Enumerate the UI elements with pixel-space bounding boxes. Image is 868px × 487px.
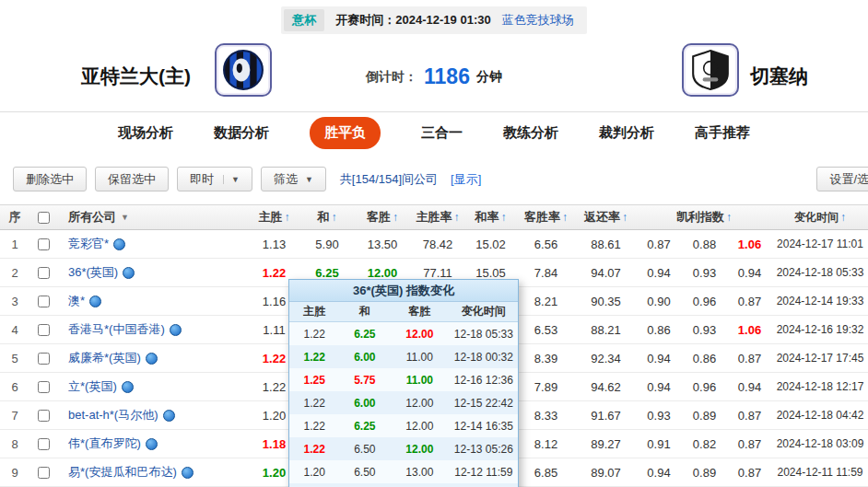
- row-checkbox-cell: [29, 430, 57, 458]
- kelly-draw-cell: 0.93: [682, 316, 727, 343]
- return-rate-cell: 91.67: [576, 401, 636, 429]
- keep-selected-button[interactable]: 保留选中: [95, 167, 169, 191]
- popup-odds-cell: 12.00: [390, 322, 449, 345]
- header-draw-odds[interactable]: 和↑: [299, 205, 355, 229]
- company-odds-icon[interactable]: [163, 410, 175, 422]
- instant-dropdown[interactable]: 即时 ▼: [177, 167, 252, 191]
- header-company-label: 所有公司: [68, 209, 116, 226]
- kelly-away-cell: 0.87: [727, 287, 772, 315]
- kelly-away-cell: 0.94: [727, 259, 772, 286]
- popup-odds-cell: 7.00: [340, 483, 391, 487]
- row-checkbox[interactable]: [38, 296, 50, 307]
- home-odds-cell[interactable]: 1.13: [249, 230, 299, 258]
- row-checkbox[interactable]: [38, 238, 50, 250]
- company-odds-icon[interactable]: [113, 238, 125, 250]
- company-cell: 易*(安提瓜和巴布达): [57, 458, 249, 486]
- row-checkbox[interactable]: [38, 324, 50, 336]
- kelly-draw-cell: 0.82: [682, 430, 727, 458]
- filter-dropdown[interactable]: 筛选 ▼: [261, 167, 326, 191]
- kelly-away-cell: 1.06: [727, 316, 772, 343]
- kickoff-value: 2024-12-19 01:30: [395, 13, 490, 27]
- away-rate-cell: 8.12: [516, 430, 576, 458]
- change-time-cell: 2024-12-18 12:17: [772, 373, 868, 400]
- select-all-checkbox[interactable]: [38, 212, 50, 224]
- show-link[interactable]: [显示]: [451, 171, 481, 188]
- delete-selected-button[interactable]: 删除选中: [13, 167, 87, 191]
- row-number: 1: [0, 230, 29, 258]
- analysis-tabs: 现场分析数据分析胜平负三合一教练分析裁判分析高手推荐: [0, 111, 868, 154]
- countdown-unit: 分钟: [476, 69, 502, 86]
- away-rate-cell: 6.56: [516, 230, 576, 258]
- company-link[interactable]: 香港马*(中国香港): [68, 321, 165, 338]
- row-checkbox[interactable]: [38, 267, 50, 279]
- company-link[interactable]: 伟*(直布罗陀): [68, 435, 141, 452]
- popup-col-header: 变化时间: [450, 302, 518, 321]
- odds-toolbar: 删除选中 保留选中 即时 ▼ 筛选 ▼ 共[154/154]间公司 [显示] 设…: [13, 167, 868, 191]
- tab-1[interactable]: 现场分析: [118, 124, 173, 142]
- kelly-home-cell: 0.87: [636, 230, 682, 258]
- change-time-cell: 2024-12-16 19:32: [772, 316, 868, 343]
- row-checkbox[interactable]: [38, 438, 50, 450]
- company-link[interactable]: 立*(英国): [68, 378, 117, 395]
- company-odds-icon[interactable]: [123, 267, 135, 279]
- tab-5[interactable]: 教练分析: [503, 124, 558, 142]
- header-home-rate[interactable]: 主胜率↑: [410, 205, 465, 229]
- popup-odds-cell: 13.00: [390, 460, 449, 483]
- company-odds-icon[interactable]: [122, 381, 134, 393]
- kelly-home-cell: 0.90: [636, 287, 682, 315]
- return-rate-cell: 89.27: [576, 430, 636, 458]
- row-number: 3: [0, 287, 29, 315]
- company-link[interactable]: 澳*: [68, 293, 85, 309]
- row-checkbox[interactable]: [38, 353, 50, 365]
- company-filter-icon[interactable]: ▼: [121, 213, 129, 222]
- company-cell: 伟*(直布罗陀): [57, 430, 249, 458]
- company-odds-icon[interactable]: [146, 353, 158, 365]
- row-number: 6: [0, 373, 29, 400]
- home-rate-cell: 78.42: [410, 230, 465, 258]
- company-odds-icon[interactable]: [89, 296, 101, 307]
- tab-4[interactable]: 三合一: [421, 124, 463, 142]
- header-company[interactable]: 所有公司 ▼: [57, 205, 249, 229]
- popup-odds-cell: 1.20: [289, 483, 340, 487]
- row-checkbox[interactable]: [38, 410, 50, 422]
- away-odds-cell[interactable]: 13.50: [355, 230, 410, 258]
- kelly-away-cell: 1.06: [727, 230, 772, 258]
- popup-col-header: 和: [340, 302, 391, 321]
- popup-row: 1.226.0012.0012-15 22:42: [289, 391, 518, 414]
- header-draw-rate[interactable]: 和率↑: [465, 205, 516, 229]
- company-odds-icon[interactable]: [146, 438, 158, 450]
- company-odds-icon[interactable]: [182, 467, 194, 479]
- table-header-row: 序 所有公司 ▼ 主胜↑ 和↑ 客胜↑ 主胜率↑ 和率↑ 客胜率↑ 返还率↑ 凯…: [0, 204, 868, 230]
- header-return-rate[interactable]: 返还率↑: [576, 205, 636, 229]
- tab-7[interactable]: 高手推荐: [695, 124, 750, 142]
- company-link[interactable]: 易*(安提瓜和巴布达): [68, 464, 177, 481]
- company-odds-icon[interactable]: [170, 324, 182, 336]
- row-checkbox-cell: [29, 230, 57, 258]
- popup-odds-cell: 1.20: [289, 460, 340, 483]
- company-link[interactable]: 竞彩官*: [68, 236, 109, 252]
- row-number: 2: [0, 259, 29, 286]
- header-away-odds[interactable]: 客胜↑: [355, 205, 410, 229]
- popup-row: 1.255.7511.0012-16 12:36: [289, 368, 518, 391]
- row-checkbox[interactable]: [38, 467, 50, 479]
- draw-odds-cell[interactable]: 5.90: [299, 230, 355, 258]
- tab-3[interactable]: 胜平负: [310, 117, 381, 149]
- header-kelly-index[interactable]: 凯利指数↑: [636, 205, 772, 229]
- company-cell: 香港马*(中国香港): [57, 316, 249, 343]
- company-link[interactable]: bet-at-h*(马尔他): [68, 407, 158, 423]
- header-change-time[interactable]: 变化时间↑: [772, 205, 868, 229]
- company-link[interactable]: 威廉希*(英国): [68, 350, 141, 366]
- company-link[interactable]: 36*(英国): [68, 264, 118, 281]
- settings-button[interactable]: 设置/选项: [816, 167, 868, 191]
- tab-6[interactable]: 裁判分析: [599, 124, 654, 142]
- row-checkbox[interactable]: [38, 381, 50, 393]
- header-away-rate[interactable]: 客胜率↑: [516, 205, 576, 229]
- tab-2[interactable]: 数据分析: [214, 124, 269, 142]
- header-checkbox-cell: [29, 205, 57, 229]
- popup-odds-cell: 1.25: [289, 368, 340, 391]
- filter-dropdown-label: 筛选: [274, 171, 298, 188]
- header-home-odds[interactable]: 主胜↑: [249, 205, 299, 229]
- instant-dropdown-label: 即时: [190, 171, 214, 188]
- kickoff-time: 开赛时间：2024-12-19 01:30: [335, 12, 490, 29]
- return-rate-cell: 88.61: [576, 230, 636, 258]
